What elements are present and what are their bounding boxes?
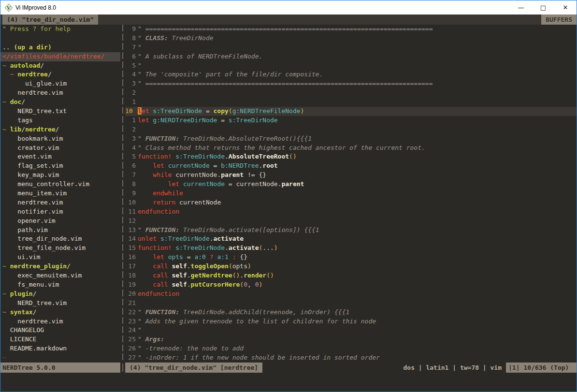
code-line[interactable]: 10let s:TreeDirNode = copy(g:NERDTreeFil…: [125, 107, 577, 116]
code-line[interactable]: 5function! s:TreeDirNode.AbsoluteTreeRoo…: [125, 152, 577, 161]
code-line[interactable]: 17 call self.toggleOpen(opts): [125, 262, 577, 271]
code-line[interactable]: 20endfunction: [125, 290, 577, 299]
code-line[interactable]: 6 let currentNode = b:NERDTree.root: [125, 161, 577, 171]
statusbar-separator: [120, 363, 125, 373]
code-line[interactable]: 13" FUNCTION: TreeDirNode.activate([opti…: [125, 226, 577, 235]
tree-item[interactable]: NERD_tree.vim: [0, 299, 120, 308]
tree-item[interactable]: [0, 34, 120, 43]
window-separator[interactable]: [120, 25, 125, 363]
tree-item[interactable]: creator.vim: [0, 144, 120, 153]
code-line[interactable]: 21: [125, 299, 577, 308]
code-line[interactable]: 22" FUNCTION: TreeDirNode.addChild(treen…: [125, 308, 577, 317]
code-line[interactable]: 2: [125, 88, 577, 98]
tree-item[interactable]: event.vim: [0, 152, 120, 161]
code-line[interactable]: 3" FUNCTION: TreeDirNode.AbsoluteTreeRoo…: [125, 134, 577, 144]
tree-item[interactable]: fs_menu.vim: [0, 280, 120, 290]
window-title: Vi IMproved 8.0: [15, 4, 510, 11]
tree-item[interactable]: nerdtree.vim: [0, 88, 120, 98]
code-line[interactable]: 7": [125, 43, 577, 52]
line-number: 21: [125, 299, 136, 308]
line-number: 2: [125, 88, 136, 98]
code-line[interactable]: 1let g:NERDTreeDirNode = s:TreeDirNode: [125, 116, 577, 125]
tree-item[interactable]: ~ plugin/: [0, 290, 120, 299]
code-line[interactable]: 10 return currentNode: [125, 198, 577, 207]
buffers-label[interactable]: BUFFERS: [541, 15, 577, 25]
statusbar: NERDTree 5.0.0 (4) "tree_dir_node.vim" […: [0, 363, 577, 373]
code-line[interactable]: 4" Class method that returns the highest…: [125, 144, 577, 153]
code-line[interactable]: 9" =====================================…: [125, 25, 577, 34]
line-number: 8: [125, 34, 136, 43]
tree-item[interactable]: .. (up a dir): [0, 43, 120, 52]
tree-item[interactable]: ui_glue.vim: [0, 79, 120, 88]
code-line[interactable]: 18 call self.getNerdtree().render(): [125, 271, 577, 280]
line-number: 10: [125, 107, 136, 116]
tree-item[interactable]: NERD_tree.txt: [0, 107, 120, 116]
tree-item[interactable]: ~ autoload/: [0, 61, 120, 71]
code-line[interactable]: 6" A subclass of NERDTreeFileNode.: [125, 52, 577, 61]
code-line[interactable]: 1: [125, 98, 577, 107]
tree-item[interactable]: ~ lib/nerdtree/: [0, 125, 120, 134]
code-line[interactable]: 24": [125, 326, 577, 335]
tree-item[interactable]: tags: [0, 116, 120, 125]
code-line[interactable]: 7 while currentNode.parent != {}: [125, 171, 577, 180]
tree-item[interactable]: notifier.vim: [0, 207, 120, 217]
code-line[interactable]: 3" =====================================…: [125, 79, 577, 88]
tree-item[interactable]: ~ nerdtree_plugin/: [0, 262, 120, 271]
code-line[interactable]: 26" -treenode: the node to add: [125, 344, 577, 353]
tree-item[interactable]: LICENCE: [0, 335, 120, 344]
code-line[interactable]: 8 let currentNode = currentNode.parent: [125, 180, 577, 189]
tree-item[interactable]: ~ syntax/: [0, 308, 120, 317]
line-number: 5: [125, 61, 136, 71]
code-line[interactable]: 5": [125, 61, 577, 71]
tree-item[interactable]: nerdtree.vim: [0, 198, 120, 207]
line-number: 4: [125, 70, 136, 79]
code-line[interactable]: 15function! s:TreeDirNode.activate(...): [125, 244, 577, 253]
tree-item[interactable]: key_map.vim: [0, 171, 120, 180]
code-line[interactable]: 8" CLASS: TreeDirNode: [125, 34, 577, 43]
code-line[interactable]: 14unlet s:TreeDirNode.activate: [125, 234, 577, 244]
tree-item[interactable]: ui.vim: [0, 253, 120, 262]
tree-item[interactable]: nerdtree.vim: [0, 317, 120, 326]
tree-item[interactable]: ~ nerdtree/: [0, 70, 120, 79]
tree-item[interactable]: menu_item.vim: [0, 189, 120, 198]
line-number: 3: [125, 134, 136, 144]
code-line[interactable]: 2: [125, 125, 577, 134]
tree-item[interactable]: ~: [0, 353, 120, 363]
tree-item[interactable]: ~ doc/: [0, 98, 120, 107]
code-line[interactable]: 19 call self.putCursorHere(0, 0): [125, 280, 577, 290]
tabbar-fill: [98, 15, 541, 25]
tree-item[interactable]: tree_dir_node.vim: [0, 234, 120, 244]
tree-item[interactable]: opener.vim: [0, 217, 120, 226]
code-line[interactable]: 23" Adds the given treenode to the list …: [125, 317, 577, 326]
tree-item[interactable]: README.markdown: [0, 344, 120, 353]
code-line[interactable]: 11endfunction: [125, 207, 577, 217]
tree-item[interactable]: menu_controller.vim: [0, 180, 120, 189]
tab-active[interactable]: (4) "tree_dir_node.vim": [2, 15, 98, 25]
tree-item[interactable]: tree_file_node.vim: [0, 244, 120, 253]
line-number: 23: [125, 317, 136, 326]
tree-item[interactable]: </vimfiles/bundle/nerdtree/: [0, 52, 120, 61]
code-line[interactable]: 27" -inOrder: 1 if the new node should b…: [125, 353, 577, 363]
code-line[interactable]: 12: [125, 217, 577, 226]
close-icon[interactable]: ✕: [554, 0, 577, 15]
command-line[interactable]: [0, 373, 577, 392]
line-number: 12: [125, 217, 136, 226]
tree-item[interactable]: bookmark.vim: [0, 134, 120, 144]
tree-item[interactable]: CHANGELOG: [0, 326, 120, 335]
code-line[interactable]: 4" The 'composite' part of the file/dir …: [125, 70, 577, 79]
code-line[interactable]: 9 endwhile: [125, 189, 577, 198]
line-number: 4: [125, 144, 136, 153]
svg-text:V: V: [6, 5, 11, 10]
tree-item[interactable]: exec_menuitem.vim: [0, 271, 120, 280]
buffer-status: (4) "tree_dir_node.vim" [nerdtree]: [125, 363, 262, 373]
line-number: 20: [125, 290, 136, 299]
maximize-icon[interactable]: □: [532, 0, 554, 15]
tree-item[interactable]: " Press ? for help: [0, 25, 120, 34]
line-number: 17: [125, 262, 136, 271]
tree-item[interactable]: path.vim: [0, 226, 120, 235]
code-line[interactable]: 25" Args:: [125, 335, 577, 344]
tree-item[interactable]: flag_set.vim: [0, 161, 120, 171]
editor-panel: 9" =====================================…: [125, 25, 577, 363]
minimize-icon[interactable]: —: [510, 0, 532, 15]
code-line[interactable]: 16 let opts = a:0 ? a:1 : {}: [125, 253, 577, 262]
